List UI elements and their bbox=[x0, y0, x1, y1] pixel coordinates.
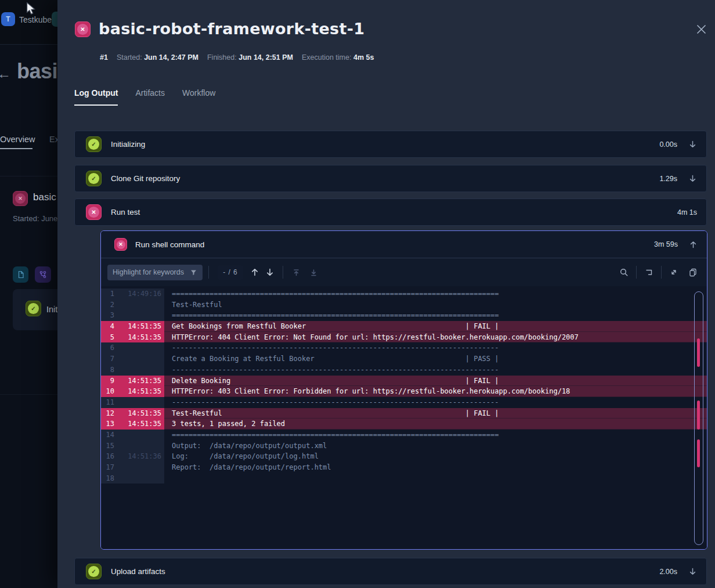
log-line: 18 bbox=[101, 473, 707, 484]
drawer-title: basic-robot-framework-test-1 bbox=[99, 20, 364, 38]
line-timestamp bbox=[114, 353, 164, 365]
search-match-counter: - / 6 bbox=[218, 265, 243, 280]
line-timestamp: 14:51:35 bbox=[114, 419, 164, 430]
line-timestamp: 14:51:35 bbox=[114, 332, 164, 343]
line-text: Get Bookings from Restful Booker | FAIL … bbox=[164, 321, 499, 332]
step-row-upload-artifacts[interactable]: ✓ Upload artifacts 2.00s bbox=[74, 558, 707, 585]
chevron-down-icon[interactable] bbox=[688, 140, 697, 149]
step-duration: 3m 59s bbox=[654, 240, 678, 248]
search-icon[interactable] bbox=[619, 268, 629, 277]
log-line: 17 Report: /data/repo/output/report.html bbox=[101, 462, 707, 473]
tab-overview-underline bbox=[0, 148, 32, 149]
line-timestamp bbox=[114, 430, 164, 441]
highlight-keywords-select[interactable]: Highlight for keywords bbox=[107, 265, 203, 280]
chevron-up-icon[interactable] bbox=[689, 240, 698, 249]
chevron-down-icon[interactable] bbox=[688, 174, 697, 183]
step-row-initializing[interactable]: ✓ Initializing 0.00s bbox=[74, 131, 707, 158]
scroll-to-bottom-button[interactable] bbox=[309, 268, 318, 277]
scrollbar-error-mark bbox=[697, 401, 700, 430]
line-number: 3 bbox=[101, 310, 114, 321]
line-text: Create a Booking at Restful Booker | PAS… bbox=[164, 353, 499, 365]
line-timestamp bbox=[114, 365, 164, 376]
divider bbox=[636, 266, 637, 279]
log-toolbar: Highlight for keywords - / 6 bbox=[101, 258, 707, 286]
line-text: ----------------------------------------… bbox=[164, 365, 499, 376]
log-line: 1214:51:35 Test-Restful | FAIL | bbox=[101, 408, 707, 419]
copy-icon[interactable] bbox=[688, 268, 698, 277]
line-timestamp bbox=[114, 473, 164, 484]
step-duration: 2.00s bbox=[659, 568, 677, 576]
step-row-run-test[interactable]: ✕ Run test 4m 1s bbox=[74, 199, 707, 226]
execution-card-title[interactable]: basic bbox=[33, 192, 56, 203]
testkube-logo[interactable]: T bbox=[1, 12, 15, 26]
line-timestamp bbox=[114, 397, 164, 408]
line-timestamp bbox=[114, 441, 164, 452]
divider bbox=[208, 266, 209, 279]
log-line: 914:51:35 Delete Booking | FAIL | bbox=[101, 376, 707, 387]
line-text: ========================================… bbox=[164, 430, 499, 441]
line-number: 5 bbox=[101, 332, 114, 343]
status-fail-icon: ✕ bbox=[86, 204, 102, 220]
scrollbar-error-mark bbox=[697, 439, 700, 467]
log-line: 414:51:35 Get Bookings from Restful Book… bbox=[101, 321, 707, 332]
back-arrow-icon[interactable]: ← bbox=[0, 66, 11, 82]
tab-overview[interactable]: Overview bbox=[0, 135, 35, 144]
started-at: Started: Jun 14, 2:47 PM bbox=[117, 53, 198, 62]
chevron-down-icon[interactable] bbox=[688, 567, 697, 576]
filter-icon bbox=[190, 269, 197, 276]
line-timestamp bbox=[114, 300, 164, 311]
logo-letter: T bbox=[6, 15, 10, 23]
word-wrap-icon[interactable] bbox=[644, 268, 653, 277]
step-duration: 1.29s bbox=[659, 175, 677, 183]
git-chip[interactable] bbox=[35, 266, 51, 283]
line-number: 14 bbox=[101, 430, 114, 441]
status-fail-icon: ✕ bbox=[114, 238, 127, 251]
execution-drawer: ✕ basic-robot-framework-test-1 #1 Starte… bbox=[57, 0, 715, 588]
next-match-button[interactable] bbox=[265, 268, 275, 277]
log-line: 514:51:35 HTTPError: 404 Client Error: N… bbox=[101, 332, 707, 343]
divider bbox=[661, 266, 662, 279]
log-toolbar-right bbox=[619, 266, 698, 279]
execution-status-fail-icon: ✕ bbox=[75, 21, 91, 37]
execution-meta: #1 Started: Jun 14, 2:47 PM Finished: Ju… bbox=[100, 53, 374, 62]
log-line: 1014:51:35 HTTPError: 403 Client Error: … bbox=[101, 386, 707, 397]
line-text: Output: /data/repo/output/output.xml bbox=[164, 441, 327, 452]
git-branch-icon bbox=[38, 270, 48, 279]
log-line: 11 -------------------------------------… bbox=[101, 397, 707, 408]
line-text: HTTPError: 403 Client Error: Forbidden f… bbox=[164, 386, 570, 397]
line-text bbox=[164, 473, 172, 484]
run-shell-command-panel: ✕ Run shell command 3m 59s Highlight for… bbox=[100, 230, 707, 550]
line-text: 3 tests, 1 passed, 2 failed bbox=[164, 419, 285, 430]
log-line: 8 --------------------------------------… bbox=[101, 365, 707, 376]
status-pass-icon: ✓ bbox=[26, 301, 41, 316]
line-timestamp: 14:51:35 bbox=[114, 386, 164, 397]
line-number: 2 bbox=[101, 300, 114, 311]
log-console[interactable]: 114:49:16 ==============================… bbox=[101, 286, 707, 550]
log-line: 6 --------------------------------------… bbox=[101, 342, 707, 353]
tab-log-output[interactable]: Log Output bbox=[74, 88, 118, 106]
previous-match-button[interactable] bbox=[250, 268, 259, 277]
scroll-to-top-button[interactable] bbox=[292, 268, 301, 277]
close-icon[interactable] bbox=[696, 24, 706, 34]
tab-workflow[interactable]: Workflow bbox=[182, 88, 215, 106]
line-text: Log: /data/repo/output/log.html bbox=[164, 451, 319, 462]
line-timestamp bbox=[114, 310, 164, 321]
log-line: 14 =====================================… bbox=[101, 430, 707, 441]
fullscreen-icon[interactable] bbox=[669, 268, 678, 277]
line-number: 10 bbox=[101, 386, 114, 397]
log-line: 2 Test-Restful bbox=[101, 300, 707, 311]
log-line: 7 Create a Booking at Restful Booker | P… bbox=[101, 353, 707, 365]
tab-artifacts[interactable]: Artifacts bbox=[135, 88, 165, 106]
file-chip[interactable] bbox=[13, 266, 28, 283]
line-timestamp: 14:51:35 bbox=[114, 321, 164, 332]
line-number: 9 bbox=[101, 376, 114, 387]
run-shell-command-header[interactable]: ✕ Run shell command 3m 59s bbox=[101, 231, 707, 258]
execution-number: #1 bbox=[100, 53, 108, 62]
step-duration: 4m 1s bbox=[677, 208, 697, 217]
line-timestamp: 14:51:35 bbox=[114, 408, 164, 419]
step-row-clone-git[interactable]: ✓ Clone Git repository 1.29s bbox=[74, 165, 707, 192]
line-text: ========================================… bbox=[164, 310, 499, 321]
step-duration: 0.00s bbox=[659, 140, 677, 149]
log-scrollbar[interactable] bbox=[694, 291, 703, 545]
line-timestamp: 14:51:35 bbox=[114, 376, 164, 387]
